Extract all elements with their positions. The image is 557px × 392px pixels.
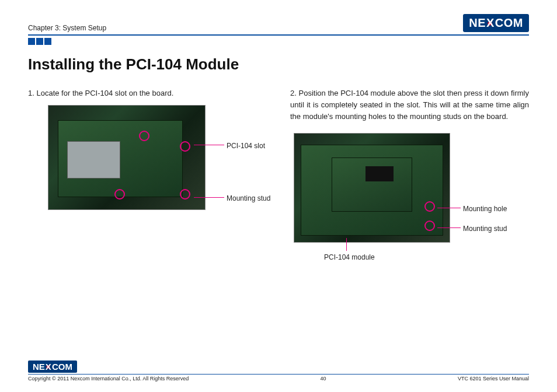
page-title: Installing the PCI-104 Module	[28, 55, 529, 74]
page-number: 40	[321, 376, 326, 382]
brand-logo: nEXCOM	[463, 14, 529, 32]
logo-text-n: n	[469, 16, 478, 30]
callout-line	[437, 228, 461, 228]
board-photo-1	[48, 105, 206, 210]
page-header: Chapter 3: System Setup nEXCOM	[28, 14, 529, 32]
board-photo-2	[294, 133, 450, 243]
logo-text-e: E	[478, 16, 486, 30]
annotation-mounting-hole: Mounting hole	[463, 204, 507, 215]
footer-logo: nEXCOM	[28, 360, 77, 373]
callout-line	[346, 238, 347, 251]
logo-text-com: COM	[495, 16, 523, 30]
annotation-pci104-slot: PCI-104 slot	[227, 141, 265, 152]
left-column: 1. Locate for the PCI-104 slot on the bo…	[28, 88, 267, 243]
step-1-text: 1. Locate for the PCI-104 slot on the bo…	[28, 88, 267, 99]
chapter-label: Chapter 3: System Setup	[28, 24, 106, 32]
step-2-text: 2. Position the PCI-104 module above the…	[290, 88, 529, 123]
footer-logo-x-icon: X	[46, 362, 51, 372]
decorative-squares	[28, 38, 529, 45]
callout-line	[194, 197, 224, 198]
annotation-mounting-stud: Mounting stud	[227, 193, 270, 204]
annotation-mounting-stud-2: Mounting stud	[463, 223, 507, 235]
footer-rule	[28, 374, 529, 374]
header-rule	[28, 34, 529, 36]
page-footer: nEXCOM Copyright © 2011 Nexcom Internati…	[28, 360, 529, 382]
annotation-pci104-module: PCI-104 module	[324, 252, 375, 263]
right-column: 2. Position the PCI-104 module above the…	[290, 88, 529, 243]
footer-row: Copyright © 2011 Nexcom International Co…	[28, 376, 529, 382]
callout-line	[437, 208, 461, 208]
figure-2-wrap: Mounting hole Mounting stud PCI-104 modu…	[290, 133, 529, 243]
copyright-text: Copyright © 2011 Nexcom International Co…	[28, 376, 189, 382]
content-columns: 1. Locate for the PCI-104 slot on the bo…	[28, 88, 529, 243]
doc-title: VTC 6201 Series User Manual	[458, 376, 529, 382]
figure-1-wrap: PCI-104 slot Mounting stud	[28, 105, 267, 210]
callout-line	[194, 145, 224, 145]
logo-x-icon: X	[486, 16, 495, 30]
